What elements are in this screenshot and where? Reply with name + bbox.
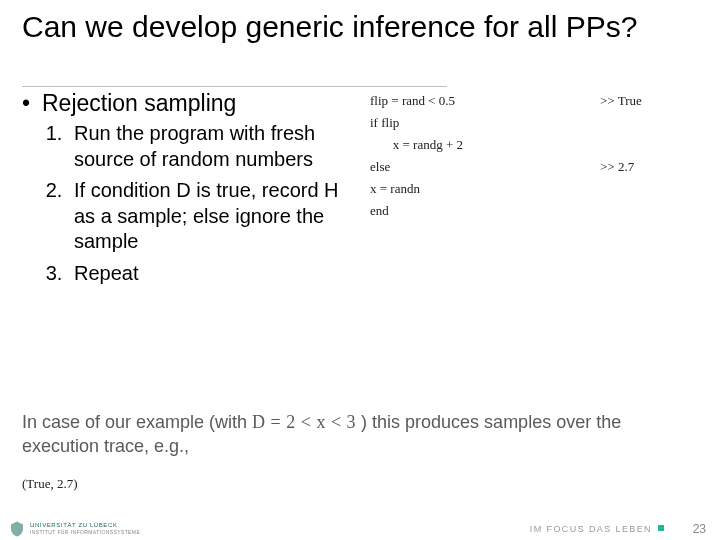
step-3: Repeat <box>68 261 352 287</box>
note-pre: In case of our example (with <box>22 412 252 432</box>
code-line-6: end <box>370 203 389 218</box>
note-box: In case of our example (with D = 2 < x <… <box>22 410 698 459</box>
code-line-4: else <box>370 159 390 174</box>
university-line2: INSTITUT FÜR INFORMATIONSSYSTEME <box>30 529 140 535</box>
code-line-5: x = randn <box>370 181 420 196</box>
slide: Can we develop generic inference for all… <box>0 0 720 540</box>
page-number: 23 <box>693 522 706 536</box>
code-output: >> True >> 2.7 <box>600 90 700 178</box>
motto-text: IM FOCUS DAS LEBEN <box>530 524 652 534</box>
footer: UNIVERSITÄT ZU LÜBECK INSTITUT FÜR INFOR… <box>0 514 720 540</box>
footer-motto: IM FOCUS DAS LEBEN <box>530 524 664 534</box>
code-line-3: x = randg + 2 <box>370 137 463 152</box>
trace-tuple: (True, 2.7) <box>22 476 78 492</box>
university-crest-icon <box>8 520 26 538</box>
motto-dot-icon <box>658 525 664 531</box>
bullet-text: Rejection sampling <box>42 90 236 117</box>
slide-title: Can we develop generic inference for all… <box>22 10 682 45</box>
output-2: >> 2.7 <box>600 159 634 174</box>
step-1: Run the program with fresh source of ran… <box>68 121 352 172</box>
output-1: >> True <box>600 93 642 108</box>
body-left: • Rejection sampling Run the program wit… <box>22 90 352 293</box>
university-line1: UNIVERSITÄT ZU LÜBECK <box>30 522 118 528</box>
steps-list: Run the program with fresh source of ran… <box>68 121 352 287</box>
title-underline <box>22 86 447 87</box>
bullet-marker: • <box>22 90 42 117</box>
code-block: flip = rand < 0.5 if flip x = randg + 2 … <box>370 90 570 223</box>
code-line-2: if flip <box>370 115 399 130</box>
step-2: If condition D is true, record H as a sa… <box>68 178 352 255</box>
university-name: UNIVERSITÄT ZU LÜBECK INSTITUT FÜR INFOR… <box>30 522 140 536</box>
bullet-row: • Rejection sampling <box>22 90 352 117</box>
note-math: D = 2 < x < 3 <box>252 412 356 432</box>
code-line-1: flip = rand < 0.5 <box>370 93 455 108</box>
